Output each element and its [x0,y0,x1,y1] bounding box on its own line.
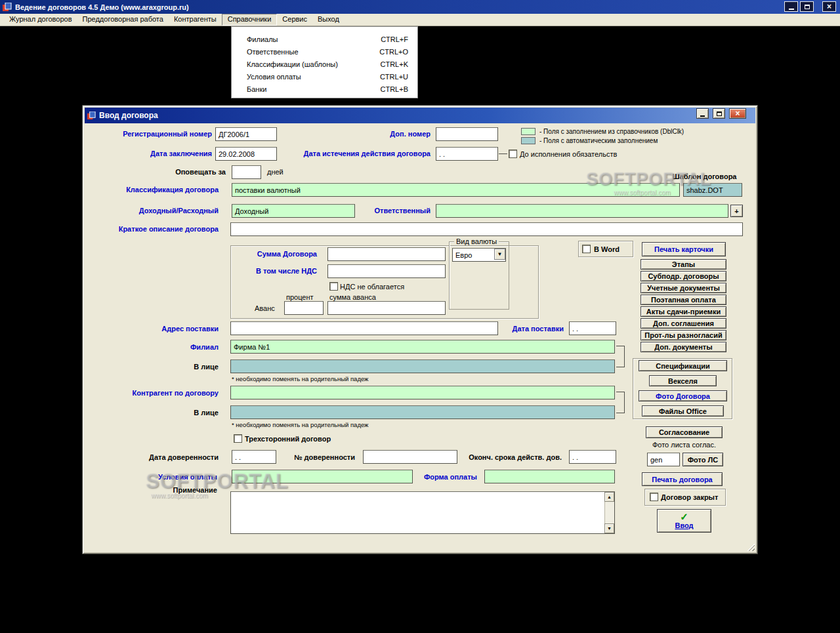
poa-number-input[interactable] [363,450,457,464]
income-type-label: Доходный/Расходный [102,207,219,214]
vat-exempt-checkbox[interactable] [329,282,338,291]
delivery-address-input[interactable] [230,321,498,335]
word-checkbox[interactable] [582,245,591,253]
vat-input[interactable] [327,264,446,278]
submit-button-label: Ввод [675,521,693,529]
conclusion-date-label: Дата заключения [107,150,212,157]
directories-dropdown-menu: Филиалы CTRL+F Ответственные CTRL+O Клас… [231,26,418,98]
note-label: Примечание [152,486,217,494]
contract-photo-button[interactable]: Фото Договора [639,390,727,401]
photo-ls-button[interactable]: Фото ЛС [682,453,723,466]
staged-payment-button[interactable]: Поэтапная оплата [640,295,726,305]
specifications-button[interactable]: Спецификации [639,360,727,371]
stages-button[interactable]: Этапы [640,259,726,270]
promissory-notes-button[interactable]: Векселя [649,375,717,386]
poa-date-input[interactable]: . . [232,450,276,464]
advance-percent-input[interactable] [284,301,324,315]
minimize-button[interactable] [784,1,798,12]
app-titlebar[interactable]: Ведение договоров 4.5 Демо (www.araxgrou… [0,0,840,14]
addendums-button[interactable]: Доп. соглашения [640,318,726,329]
poa-expiry-input[interactable]: . . [569,450,616,464]
menu-item-shortcut: CTRL+F [381,35,408,43]
dialog-titlebar[interactable]: Ввод договора [85,108,755,123]
accounting-docs-button[interactable]: Учетные документы [640,283,726,293]
scroll-up-button[interactable]: ▲ [604,492,614,502]
menu-item-branches[interactable]: Филиалы CTRL+F [232,33,417,45]
menu-item-shortcut: CTRL+B [381,85,409,93]
dialog-maximize-button[interactable] [713,108,725,119]
menu-item-banks[interactable]: Банки CTRL+B [232,83,417,95]
until-obligations-checkbox[interactable] [509,150,517,158]
responsible-input[interactable] [436,204,728,218]
until-obligations-label[interactable]: До исполнения обязательств [520,150,617,158]
delivery-date-input[interactable]: . . [569,321,616,335]
office-files-button[interactable]: Файлы Office [642,405,724,417]
counterparty-genitive-note: * необходимо поменять на родительный пад… [232,421,368,428]
minimize-icon [700,115,705,117]
tripartite-label[interactable]: Трехсторонний договор [245,435,350,443]
app-title: Ведение договоров 4.5 Демо (www.araxgrou… [15,3,189,11]
menu-directories[interactable]: Справочники [222,14,278,26]
reg-number-input[interactable]: ДГ2006/1 [215,127,277,141]
subcontracts-button[interactable]: Субподр. договоры [640,271,726,281]
vat-exempt-label[interactable]: НДС не облагается [340,283,404,291]
contract-closed-label[interactable]: Договор закрыт [661,493,723,501]
menu-counterparties[interactable]: Контрагенты [169,14,222,26]
classification-input[interactable]: поставки валютный [232,183,680,197]
approval-photo-input[interactable]: gen [647,453,680,466]
dialog-minimize-button[interactable] [696,108,709,119]
disagreement-protocols-button[interactable]: Прот-лы разногласий [640,330,726,340]
menu-exit[interactable]: Выход [312,14,345,26]
add-responsible-button[interactable]: + [730,205,743,217]
print-contract-button[interactable]: Печать договора [642,472,723,486]
note-textarea[interactable] [230,491,615,534]
short-description-input[interactable] [230,222,743,236]
maximize-button[interactable] [800,1,814,12]
notify-days-suffix: дней [267,168,284,176]
counterparty-person-input[interactable] [230,405,615,419]
contract-entry-dialog: Ввод договора × Регистрационный номер ДГ… [82,105,758,554]
reg-number-label: Регистрационный номер [107,130,212,138]
maximize-icon [717,112,722,116]
submit-button[interactable]: ✓ Ввод [657,509,711,533]
branch-input[interactable]: Фирма №1 [230,340,615,354]
conclusion-date-input[interactable]: 29.02.2008 [215,147,277,161]
notify-days-input[interactable] [232,165,261,179]
menu-precontract[interactable]: Преддоговорная работа [77,14,169,26]
dialog-icon [87,112,96,120]
menu-service[interactable]: Сервис [277,14,312,26]
extra-documents-button[interactable]: Доп. документы [640,342,726,352]
print-card-button[interactable]: Печать карточки [642,242,726,256]
income-type-input[interactable]: Доходный [232,204,355,218]
menu-item-classifications[interactable]: Классификации (шаблоны) CTRL+K [232,58,417,70]
payment-form-input[interactable] [484,470,615,483]
dialog-close-button[interactable]: × [729,108,746,119]
menu-item-responsibles[interactable]: Ответственные CTRL+O [232,45,417,58]
branch-person-input[interactable] [230,359,615,373]
counterparty-input[interactable] [230,386,615,399]
expiry-date-label: Дата истечения действия договора [296,150,430,157]
close-button[interactable]: × [822,1,836,12]
menu-item-payment-terms[interactable]: Условия оплаты CTRL+U [232,70,417,83]
expiry-date-input[interactable]: . . [436,147,498,161]
menubar: Журнал договоров Преддоговорная работа К… [0,14,840,26]
resize-grip[interactable] [746,542,755,551]
currency-dropdown-arrow[interactable]: ▼ [494,249,505,260]
extra-number-input[interactable] [436,127,498,141]
short-description-label: Краткое описание договора [102,225,219,233]
advance-sum-input[interactable] [327,301,446,315]
menu-journal[interactable]: Журнал договоров [4,14,77,26]
percent-caption: процент [286,293,314,301]
tripartite-checkbox[interactable] [234,434,242,443]
contract-closed-checkbox[interactable] [650,493,658,501]
word-checkbox-label[interactable]: В Word [594,245,627,253]
sum-input[interactable] [327,247,446,261]
approval-button[interactable]: Согласование [646,426,723,438]
delivery-address-label: Адрес поставки [102,325,219,333]
template-file-input[interactable]: shabz.DOT [683,183,742,197]
application-window: Ведение договоров 4.5 Демо (www.araxgrou… [0,0,840,633]
scroll-down-button[interactable]: ▼ [604,523,614,533]
payment-terms-input[interactable] [232,470,413,483]
acceptance-acts-button[interactable]: Акты сдачи-приемки [640,306,726,317]
branch-person-label: В лице [148,363,219,371]
